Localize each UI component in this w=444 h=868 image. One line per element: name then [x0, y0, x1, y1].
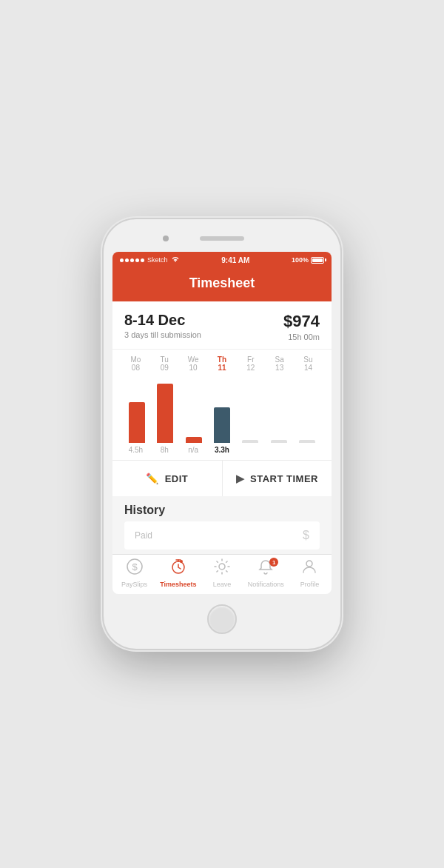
bar-fr-fill [242, 440, 258, 443]
signal-dots [120, 258, 144, 262]
start-timer-label: START TIMER [250, 473, 318, 484]
bar-su [294, 440, 320, 443]
app-title: Timesheet [124, 276, 320, 291]
bar-su-fill [299, 440, 315, 443]
tab-profile[interactable]: Profile [288, 559, 332, 588]
edit-button[interactable]: ✏️ EDIT [112, 461, 223, 496]
hour-mo: 4.5h [122, 446, 149, 454]
edit-icon: ✏️ [146, 473, 159, 484]
hour-sa [266, 446, 293, 454]
speaker [200, 236, 244, 241]
start-timer-button[interactable]: ▶ START TIMER [223, 461, 332, 496]
bar-mo [124, 402, 150, 443]
bar-sa-fill [271, 440, 287, 443]
bar-we-fill [186, 437, 202, 443]
hour-we: n/a [180, 446, 206, 454]
bar-fr [237, 440, 263, 443]
day-num-th: 11 [218, 364, 226, 372]
history-section: History Paid $ [112, 496, 332, 554]
bar-th [209, 407, 235, 443]
week-range: 8-14 Dec [124, 312, 201, 329]
day-name-su: Su [303, 355, 312, 364]
tab-notifications-icon-wrap: 1 [256, 559, 275, 578]
phone-shell: Sketch 9:41 AM 100% Timesheet [104, 219, 340, 649]
home-button[interactable] [207, 604, 237, 634]
battery-icon [311, 257, 324, 264]
app-header: Timesheet [112, 268, 332, 301]
bar-tu [152, 384, 178, 443]
day-name-sa: Sa [275, 355, 284, 364]
day-name-th: Th [218, 355, 226, 364]
hour-th: 3.3h [209, 446, 235, 454]
day-name-fr: Fr [247, 355, 254, 364]
tab-leave-label: Leave [213, 581, 232, 588]
week-summary: 8-14 Dec 3 days till submission $974 15h… [112, 301, 332, 349]
wifi-icon [171, 256, 180, 264]
carrier-label: Sketch [147, 256, 168, 264]
hours-row: 4.5h 8h n/a 3.3h [121, 446, 323, 460]
day-fr: Fr 12 [238, 355, 264, 372]
day-we: We 10 [180, 355, 206, 372]
svg-text:$: $ [132, 561, 138, 572]
hour-fr [238, 446, 264, 454]
day-num-tu: 09 [161, 364, 169, 372]
action-row: ✏️ EDIT ▶ START TIMER [112, 460, 332, 496]
week-left: 8-14 Dec 3 days till submission [124, 312, 201, 339]
svg-point-3 [180, 560, 183, 563]
history-title: History [124, 504, 320, 517]
phone-bottom [112, 594, 332, 640]
day-num-mo: 08 [132, 364, 140, 372]
svg-point-4 [219, 564, 225, 570]
hour-su [295, 446, 321, 454]
day-mo: Mo 08 [122, 355, 149, 372]
chart-container: Mo 08 Tu 09 We 10 Th 11 Fr 12 [112, 349, 332, 460]
tab-timesheets[interactable]: Timesheets [156, 559, 200, 588]
bar-th-fill [214, 407, 230, 443]
tab-payslips-icon-wrap: $ [125, 559, 144, 578]
day-th: Th 11 [209, 355, 235, 372]
bar-mo-fill [129, 402, 145, 443]
bar-we [181, 437, 207, 443]
hour-tu: 8h [151, 446, 178, 454]
status-right: 100% [292, 256, 324, 264]
tab-profile-label: Profile [300, 581, 320, 588]
history-item-label: Paid [135, 530, 152, 541]
svg-point-5 [306, 561, 312, 567]
day-su: Su 14 [295, 355, 321, 372]
day-sa: Sa 13 [266, 355, 293, 372]
bar-sa [266, 440, 292, 443]
tab-profile-icon-wrap [300, 559, 319, 578]
sun-icon [213, 558, 231, 580]
tab-notifications-label: Notifications [248, 581, 284, 588]
tab-bar: $ PaySlips [112, 554, 332, 594]
tab-leave-icon-wrap [212, 559, 232, 578]
week-subtitle: 3 days till submission [124, 330, 201, 339]
status-time: 9:41 AM [221, 256, 249, 264]
person-icon [300, 558, 318, 580]
status-left: Sketch [120, 256, 180, 264]
edit-label: EDIT [165, 473, 189, 484]
day-name-mo: Mo [130, 355, 141, 364]
day-num-su: 14 [304, 364, 312, 372]
phone-top [112, 228, 332, 249]
days-row: Mo 08 Tu 09 We 10 Th 11 Fr 12 [121, 355, 323, 372]
dollar-icon: $ [303, 529, 309, 542]
timer-icon [169, 558, 187, 580]
tab-payslips-label: PaySlips [121, 581, 147, 588]
battery-fill [312, 258, 323, 262]
tab-payslips[interactable]: $ PaySlips [112, 559, 156, 588]
tab-leave[interactable]: Leave [200, 559, 243, 588]
tab-notifications[interactable]: 1 Notifications [244, 559, 288, 588]
screen: Sketch 9:41 AM 100% Timesheet [112, 252, 332, 594]
day-num-sa: 13 [275, 364, 283, 372]
bar-tu-fill [157, 384, 173, 443]
notification-badge: 1 [269, 558, 278, 567]
day-name-tu: Tu [161, 355, 169, 364]
week-amount: $974 [283, 312, 320, 331]
status-bar: Sketch 9:41 AM 100% [112, 252, 332, 268]
history-item-paid[interactable]: Paid $ [124, 521, 320, 550]
day-tu: Tu 09 [151, 355, 178, 372]
day-num-fr: 12 [246, 364, 255, 372]
tab-timesheets-label: Timesheets [160, 581, 196, 588]
battery-label: 100% [292, 256, 309, 264]
